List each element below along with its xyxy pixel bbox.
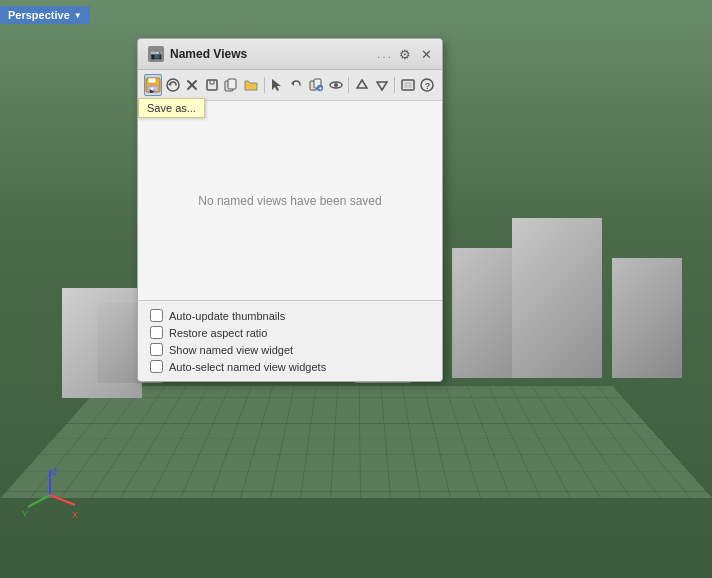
- svg-line-4: [28, 495, 50, 507]
- open-folder-button[interactable]: [242, 74, 260, 96]
- select-button[interactable]: [268, 74, 286, 96]
- save-as-button[interactable]: [144, 74, 162, 96]
- dialog-title-text: Named Views: [170, 47, 371, 61]
- auto-select-checkbox[interactable]: [150, 360, 163, 373]
- auto-select-row[interactable]: Auto-select named view widgets: [150, 360, 430, 373]
- dialog-dots: ...: [377, 47, 393, 61]
- svg-text:X: X: [72, 510, 78, 520]
- 3d-block-right1: [512, 218, 602, 378]
- axes-widget: Z X Y: [20, 465, 80, 528]
- restore-button[interactable]: [164, 74, 182, 96]
- svg-marker-26: [357, 80, 367, 88]
- svg-marker-18: [272, 79, 281, 91]
- undo-button[interactable]: [288, 74, 306, 96]
- dialog-options: Auto-update thumbnails Restore aspect ra…: [138, 301, 442, 381]
- 3d-viewport: Z X Y Perspective ▼ 📷 Named Views ... ⚙ …: [0, 0, 712, 578]
- restore-aspect-label: Restore aspect ratio: [169, 327, 267, 339]
- dialog-close-button[interactable]: ✕: [421, 47, 432, 62]
- cut-button[interactable]: [203, 74, 221, 96]
- restore-aspect-checkbox[interactable]: [150, 326, 163, 339]
- grid-floor: [0, 386, 712, 498]
- views-content-area: No named views have been saved: [138, 101, 442, 301]
- empty-state-message: No named views have been saved: [198, 194, 381, 208]
- move-down-button[interactable]: [373, 74, 391, 96]
- dialog-title-bar: 📷 Named Views ... ⚙ ✕: [138, 39, 442, 70]
- auto-update-label: Auto-update thumbnails: [169, 310, 285, 322]
- show-widget-row[interactable]: Show named view widget: [150, 343, 430, 356]
- svg-text:Z: Z: [52, 467, 58, 477]
- toolbar-separator-3: [394, 77, 395, 93]
- svg-marker-19: [291, 81, 294, 86]
- toolbar-separator-2: [348, 77, 349, 93]
- save-as-tooltip: Save as...: [138, 98, 205, 118]
- svg-text:?: ?: [425, 81, 431, 91]
- perspective-tab[interactable]: Perspective ▼: [0, 6, 90, 24]
- show-widget-label: Show named view widget: [169, 344, 293, 356]
- show-widget-checkbox[interactable]: [150, 343, 163, 356]
- svg-text:+: +: [319, 85, 323, 91]
- delete-button[interactable]: [184, 74, 202, 96]
- svg-line-2: [50, 495, 75, 505]
- 3d-block-right3: [452, 248, 512, 378]
- restore-aspect-row[interactable]: Restore aspect ratio: [150, 326, 430, 339]
- svg-rect-15: [207, 80, 217, 90]
- 3d-block-right2: [612, 258, 682, 378]
- duplicate-button[interactable]: +: [307, 74, 325, 96]
- svg-rect-17: [228, 79, 236, 89]
- svg-marker-27: [377, 82, 387, 90]
- svg-rect-9: [150, 87, 154, 90]
- dialog-toolbar: +: [138, 70, 442, 101]
- svg-rect-29: [404, 82, 412, 88]
- svg-marker-12: [168, 83, 172, 85]
- svg-point-25: [334, 83, 338, 87]
- toolbar-separator-1: [264, 77, 265, 93]
- svg-text:Y: Y: [22, 509, 28, 519]
- dialog-title-icon: 📷: [148, 46, 164, 62]
- help-button[interactable]: ?: [419, 74, 437, 96]
- auto-select-label: Auto-select named view widgets: [169, 361, 326, 373]
- svg-rect-7: [148, 78, 156, 83]
- named-views-dialog: 📷 Named Views ... ⚙ ✕: [137, 38, 443, 382]
- copy-button[interactable]: [223, 74, 241, 96]
- thumbnail-button[interactable]: [399, 74, 417, 96]
- auto-update-checkbox[interactable]: [150, 309, 163, 322]
- dialog-gear-button[interactable]: ⚙: [399, 47, 411, 62]
- auto-update-row[interactable]: Auto-update thumbnails: [150, 309, 430, 322]
- perspective-chevron: ▼: [74, 11, 82, 20]
- visibility-button[interactable]: [327, 74, 345, 96]
- perspective-label-text: Perspective: [8, 9, 70, 21]
- move-up-button[interactable]: [353, 74, 371, 96]
